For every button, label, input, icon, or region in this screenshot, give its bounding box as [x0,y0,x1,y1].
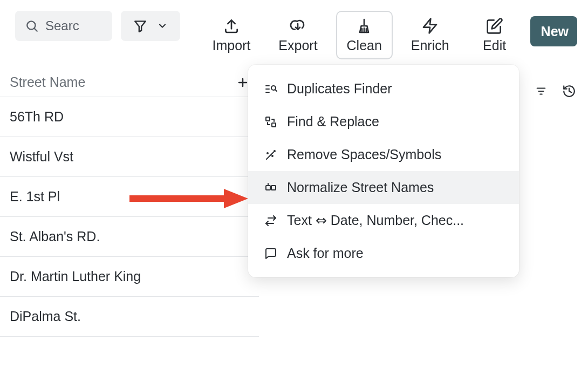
menu-label: Ask for more [287,246,364,261]
filter-button[interactable] [121,11,180,41]
find-replace-icon [264,115,277,128]
search-input[interactable] [45,18,102,33]
svg-point-22 [274,151,275,152]
bolt-icon [421,17,439,35]
new-label: New [541,24,569,39]
new-button[interactable]: New [530,16,577,46]
import-button[interactable]: Import [203,11,261,59]
svg-point-23 [267,153,268,154]
column-header: Street Name [0,65,259,97]
import-label: Import [213,38,251,53]
toolbar: Import Export Clean Enrich Edit New [0,0,588,65]
svg-line-1 [35,29,37,31]
table-row[interactable]: DiPalma St. [0,297,259,337]
export-button[interactable]: Export [269,11,327,59]
data-rows: 56Th RD Wistful Vst E. 1st Pl St. Alban'… [0,97,259,337]
add-column-icon[interactable] [236,76,249,89]
chat-icon [264,247,277,260]
column-name: Street Name [10,74,85,90]
menu-find-replace[interactable]: Find & Replace [248,105,519,138]
menu-label: Normalize Street Names [287,180,434,195]
broom-icon [355,17,373,35]
edit-label: Edit [483,38,506,53]
enrich-label: Enrich [411,38,449,53]
svg-rect-19 [266,117,270,121]
chevron-down-icon [157,21,168,31]
svg-marker-2 [135,21,146,32]
svg-rect-25 [266,186,270,190]
menu-text-convert[interactable]: Text ⇔ Date, Number, Chec... [248,204,519,237]
svg-point-24 [272,155,273,156]
table-row[interactable]: Wistful Vst [0,137,259,177]
table-row[interactable]: Dr. Martin Luther King [0,257,259,297]
search-icon [25,19,39,33]
menu-label: Remove Spaces/Symbols [287,147,441,162]
menu-normalize-street-names[interactable]: Normalize Street Names [248,171,519,204]
edit-button[interactable]: Edit [468,11,522,59]
svg-rect-20 [272,123,276,127]
menu-label: Find & Replace [287,114,379,130]
enrich-button[interactable]: Enrich [401,11,459,59]
header-right-icons [535,84,576,98]
annotation-arrow [129,187,248,210]
duplicates-icon [264,83,277,96]
clean-label: Clean [347,38,382,53]
search-box[interactable] [15,11,112,41]
export-label: Export [278,38,317,53]
menu-duplicates-finder[interactable]: Duplicates Finder [248,72,519,105]
filter-small-icon[interactable] [535,85,547,97]
table-row[interactable]: St. Alban's RD. [0,217,259,257]
table-row[interactable]: 56Th RD [0,97,259,137]
svg-marker-31 [224,189,248,208]
menu-label: Duplicates Finder [287,81,392,97]
download-cloud-icon [289,17,306,35]
convert-icon [264,214,277,227]
normalize-icon [264,181,277,194]
filter-icon [133,19,147,33]
clean-button[interactable]: Clean [336,11,393,59]
menu-label: Text ⇔ Date, Number, Chec... [287,213,464,228]
history-icon[interactable] [562,84,576,98]
menu-ask-for-more[interactable]: Ask for more [248,237,519,270]
wand-icon [264,148,277,161]
upload-icon [223,17,240,35]
clean-dropdown: Duplicates Finder Find & Replace Remove … [248,65,519,277]
menu-remove-spaces[interactable]: Remove Spaces/Symbols [248,138,519,171]
svg-marker-8 [423,18,436,33]
svg-rect-26 [271,186,276,190]
edit-icon [486,17,503,35]
svg-line-18 [275,90,277,91]
